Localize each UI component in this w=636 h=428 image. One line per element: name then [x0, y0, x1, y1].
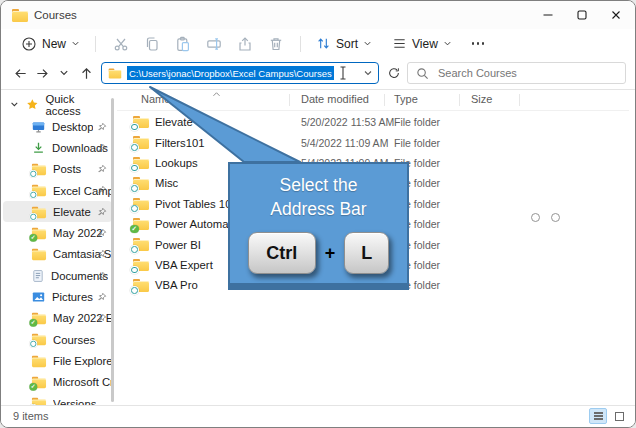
click-indicator-dot: [551, 213, 560, 222]
paste-icon: [175, 36, 191, 52]
folder-check-icon: [32, 313, 46, 324]
copy-icon: [144, 36, 160, 52]
sidebar-item-may-2022[interactable]: May 2022: [3, 222, 112, 243]
navigation-pane: Quick access Desktop Downloads Posts Exc…: [1, 90, 115, 406]
folder-sync-icon: [133, 157, 149, 170]
column-header-size[interactable]: Size: [471, 93, 492, 105]
search-icon: [416, 67, 429, 80]
new-button[interactable]: New: [15, 33, 86, 55]
text-cursor-icon: [339, 66, 347, 80]
paste-button[interactable]: [167, 33, 198, 55]
callout-line1: Select the: [230, 173, 407, 197]
column-header-name[interactable]: Name: [141, 93, 170, 105]
sidebar-item-elevate[interactable]: Elevate: [3, 201, 112, 222]
sidebar-item-documents[interactable]: Documents: [3, 265, 112, 286]
view-button-label: View: [412, 37, 438, 51]
recent-locations-button[interactable]: [53, 62, 75, 84]
sidebar-item-downloads[interactable]: Downloads: [3, 137, 112, 158]
l-key: L: [344, 232, 389, 274]
address-dropdown-chevron-icon[interactable]: [363, 68, 373, 78]
toolbar-divider: [95, 36, 96, 52]
forward-button[interactable]: [31, 62, 53, 84]
column-header-date-modified[interactable]: Date modified: [301, 93, 369, 105]
search-box[interactable]: [407, 62, 626, 84]
close-button[interactable]: [599, 1, 633, 29]
search-input[interactable]: [436, 66, 617, 80]
sidebar-item-camtasia-studio[interactable]: Camtasia Studio: [3, 244, 112, 265]
column-divider[interactable]: [384, 94, 385, 106]
file-row[interactable]: Filters101 5/4/2022 11:09 AM File folder: [117, 132, 629, 152]
folder-sync-icon: [133, 177, 149, 190]
chevron-down-icon[interactable]: [10, 100, 19, 109]
file-explorer-window: Courses New: [0, 0, 636, 428]
address-bar[interactable]: C:\Users\jonac\Dropbox\Excel Campus\Cour…: [101, 62, 379, 84]
folder-sync-icon: [133, 116, 149, 129]
pin-icon: [97, 249, 107, 259]
chevron-down-icon: [443, 39, 452, 48]
maximize-button[interactable]: [565, 1, 599, 29]
status-bar: 9 items: [1, 405, 635, 427]
column-divider[interactable]: [289, 94, 290, 106]
pin-icon: [97, 122, 107, 132]
sort-button-label: Sort: [336, 37, 358, 51]
sidebar-item-microsoft-creators[interactable]: Microsoft Creators V: [3, 372, 112, 393]
pin-icon: [97, 228, 107, 238]
pin-icon: [97, 292, 107, 302]
folder-icon: [109, 68, 121, 78]
items-count: 9 items: [13, 410, 48, 422]
sidebar-item-may-2022-event[interactable]: May 2022 Event: [3, 308, 112, 329]
pin-icon: [97, 207, 107, 217]
share-button[interactable]: [229, 33, 260, 55]
pin-icon: [97, 164, 107, 174]
folder-sync-icon: [133, 136, 149, 149]
window-title: Courses: [34, 9, 77, 21]
desktop-icon: [31, 120, 46, 134]
folder-sync-icon: [133, 279, 149, 292]
folder-sync-icon: [133, 198, 149, 211]
new-button-label: New: [42, 37, 66, 51]
share-icon: [237, 36, 253, 52]
sidebar-item-pictures[interactable]: Pictures: [3, 286, 112, 307]
cut-button[interactable]: [105, 33, 136, 55]
up-button[interactable]: [75, 62, 97, 84]
downloads-icon: [31, 141, 46, 155]
column-divider[interactable]: [459, 94, 460, 106]
details-view-toggle[interactable]: [589, 408, 607, 424]
folder-sync-icon: [32, 185, 46, 196]
file-row[interactable]: Elevate 5/20/2022 11:53 AM File folder: [117, 112, 629, 132]
refresh-button[interactable]: [383, 62, 405, 84]
sidebar-item-posts[interactable]: Posts: [3, 159, 112, 180]
sidebar-item-file-explorer-shortcuts[interactable]: File Explorer Shortcu: [3, 350, 112, 371]
title-bar: Courses: [1, 1, 635, 29]
sort-button[interactable]: Sort: [310, 33, 378, 54]
copy-button[interactable]: [136, 33, 167, 55]
see-more-button[interactable]: [472, 42, 485, 45]
sidebar-item-courses[interactable]: Courses: [3, 329, 112, 350]
sort-ascending-icon: [212, 91, 221, 98]
quick-access-label: Quick access: [45, 93, 111, 117]
large-icons-view-icon: [615, 412, 624, 421]
folder-check-icon: [133, 218, 149, 231]
pin-icon: [97, 143, 107, 153]
back-button[interactable]: [9, 62, 31, 84]
column-divider[interactable]: [519, 94, 520, 106]
document-icon: [31, 269, 45, 283]
address-path-selected-text[interactable]: C:\Users\jonac\Dropbox\Excel Campus\Cour…: [127, 66, 334, 80]
pin-icon: [97, 313, 107, 323]
sidebar-scrollbar[interactable]: [111, 98, 114, 402]
chevron-down-icon: [71, 39, 80, 48]
sidebar-item-desktop[interactable]: Desktop: [3, 116, 112, 137]
folder-sync-icon: [32, 334, 46, 345]
view-button[interactable]: View: [386, 33, 458, 54]
column-header-type[interactable]: Type: [394, 93, 418, 105]
delete-button[interactable]: [260, 33, 291, 55]
sidebar-item-excel-campus[interactable]: Excel Campus: [3, 180, 112, 201]
minimize-button[interactable]: [531, 1, 565, 29]
folder-sync-icon: [133, 238, 149, 251]
callout-bubble: Select the Address Bar Ctrl + L: [228, 162, 409, 290]
sidebar-item-quick-access[interactable]: Quick access: [1, 94, 111, 115]
folder-sync-icon: [32, 164, 46, 175]
rename-button[interactable]: [198, 33, 229, 55]
large-icons-view-toggle[interactable]: [610, 408, 628, 424]
callout-line2: Address Bar: [230, 197, 407, 221]
